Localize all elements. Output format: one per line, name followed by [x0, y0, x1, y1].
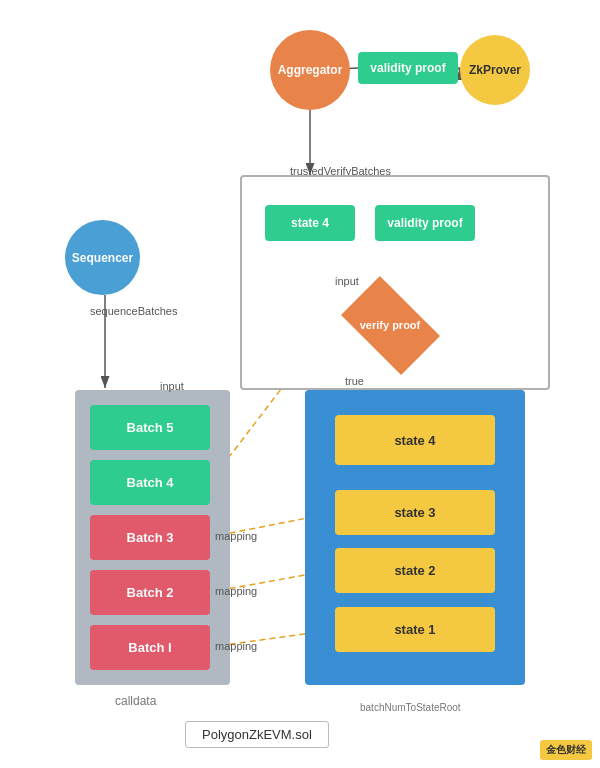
zkprover-label: ZkProver	[469, 63, 521, 77]
sequencer-circle: Sequencer	[65, 220, 140, 295]
aggregator-label: Aggregator	[278, 63, 343, 77]
verify-proof-diamond-container	[340, 295, 440, 355]
diagram-container: Aggregator ZkProver Sequencer validity p…	[0, 0, 600, 768]
batch1-box: Batch I	[90, 625, 210, 670]
calldata-label: calldata	[115, 694, 156, 708]
zkprover-circle: ZkProver	[460, 35, 530, 105]
state2-inner-box: state 2	[335, 548, 495, 593]
batch2-box: Batch 2	[90, 570, 210, 615]
watermark: 金色财经	[540, 740, 592, 760]
true-label: true	[345, 375, 364, 387]
batch4-box: Batch 4	[90, 460, 210, 505]
mapping2-label: mapping	[215, 585, 257, 597]
polygon-zkevm-label: PolygonZkEVM.sol	[185, 721, 329, 748]
input-label: input	[335, 275, 359, 287]
batch3-box: Batch 3	[90, 515, 210, 560]
sequencer-label: Sequencer	[72, 251, 133, 265]
sequence-batches-label: sequenceBatches	[90, 305, 177, 317]
mapping3-label: mapping	[215, 640, 257, 652]
state1-inner-box: state 1	[335, 607, 495, 652]
state4-inner-box: state 4	[335, 415, 495, 465]
state4-box: state 4	[265, 205, 355, 241]
batch-num-label: batchNumToStateRoot	[360, 702, 461, 713]
mapping1-label: mapping	[215, 530, 257, 542]
input-label2: input	[160, 380, 184, 392]
validity-proof-inner-box: validity proof	[375, 205, 475, 241]
validity-proof-top-box: validity proof	[358, 52, 458, 84]
aggregator-circle: Aggregator	[270, 30, 350, 110]
batch5-box: Batch 5	[90, 405, 210, 450]
state3-inner-box: state 3	[335, 490, 495, 535]
